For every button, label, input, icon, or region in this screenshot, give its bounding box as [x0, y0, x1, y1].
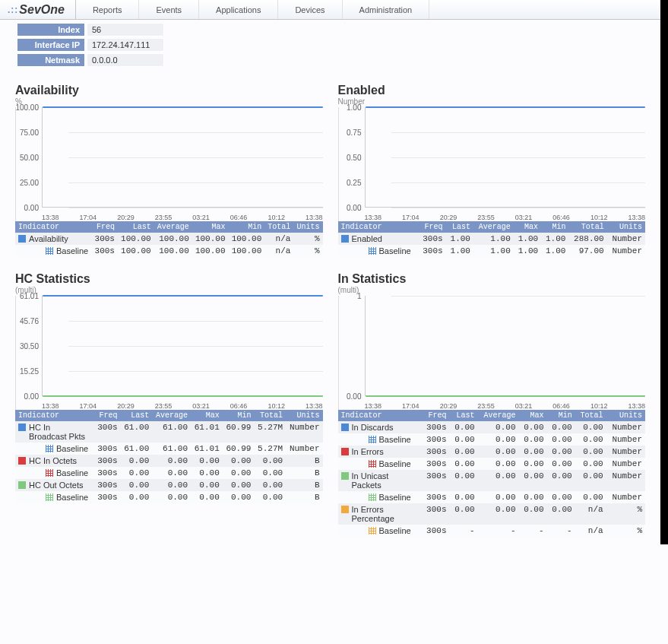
- table-cell: 0.00: [450, 458, 478, 470]
- table-row[interactable]: In Discards300s0.000.000.000.000.00Numbe…: [338, 421, 646, 433]
- indicator-label: HC In Broadcast Pkts: [29, 423, 90, 441]
- x-tick-label: 13:38: [306, 214, 323, 221]
- gridline: [68, 132, 323, 133]
- table-header-cell[interactable]: Total: [575, 410, 606, 421]
- table-header-cell[interactable]: Min: [547, 410, 575, 421]
- chart[interactable]: 10.0013:3817:0420:2923:5503:2106:4610:12…: [338, 296, 646, 410]
- table-header-cell[interactable]: Last: [450, 410, 478, 421]
- table-header-cell[interactable]: Freq: [91, 221, 117, 233]
- window-edge: [660, 0, 668, 544]
- table-row[interactable]: HC Out Octets300s0.000.000.000.000.00B: [15, 479, 323, 491]
- table-row[interactable]: Baseline300s0.000.000.000.000.00Number: [338, 433, 646, 446]
- table-header-cell[interactable]: Max: [514, 221, 541, 233]
- table-header-cell[interactable]: Min: [223, 410, 255, 421]
- indicator-cell: In Discards: [338, 421, 422, 433]
- table-header-cell[interactable]: Units: [293, 221, 322, 233]
- brand-logo[interactable]: .:: SevOne: [0, 0, 76, 19]
- panel-subtitle: (multi): [15, 286, 323, 294]
- table-header-cell[interactable]: Indicator: [338, 221, 419, 233]
- series-swatch-icon: [341, 506, 349, 513]
- table-cell: 300s: [94, 467, 121, 479]
- table-cell: 0.00: [121, 455, 153, 467]
- table-cell: 0.00: [478, 491, 519, 503]
- x-tick-label: 13:38: [306, 402, 323, 410]
- table-header-cell[interactable]: Max: [519, 410, 547, 421]
- table-header-cell[interactable]: Max: [192, 221, 229, 233]
- table-header-cell[interactable]: Max: [191, 410, 223, 421]
- series-swatch-icon: [18, 424, 26, 431]
- y-tick-label: 0.00: [24, 204, 39, 212]
- table-row[interactable]: In Unicast Packets300s0.000.000.000.000.…: [338, 470, 646, 491]
- nav-administration[interactable]: Administration: [343, 0, 430, 19]
- table-row[interactable]: HC In Broadcast Pkts300s61.0061.0061.016…: [15, 421, 323, 443]
- table-header-cell[interactable]: Average: [473, 221, 514, 233]
- logo-icon: .::: [8, 5, 18, 14]
- table-header-cell[interactable]: Freq: [94, 410, 121, 421]
- x-tick-label: 03:21: [192, 402, 210, 410]
- table-cell: 60.99: [223, 443, 255, 455]
- table-row[interactable]: Baseline300s61.0061.0061.0160.995.27MNum…: [15, 443, 323, 455]
- table-header-cell[interactable]: Indicator: [338, 410, 422, 421]
- table-cell: Number: [607, 245, 645, 257]
- chart[interactable]: 1.000.750.500.250.0013:3817:0420:2923:55…: [338, 107, 646, 221]
- nav-devices[interactable]: Devices: [278, 0, 342, 19]
- table-cell: B: [286, 479, 322, 491]
- table-header-cell[interactable]: Indicator: [15, 221, 91, 233]
- table-header-cell[interactable]: Indicator: [15, 410, 94, 421]
- table-header-cell[interactable]: Total: [254, 410, 286, 421]
- chart[interactable]: 61.0145.7630.5015.250.0013:3817:0420:292…: [15, 296, 323, 410]
- table-cell: 100.00: [229, 233, 265, 245]
- x-tick-label: 10:12: [268, 402, 285, 410]
- table-row[interactable]: In Errors300s0.000.000.000.000.00Number: [338, 446, 646, 458]
- table-header-cell[interactable]: Units: [286, 410, 322, 421]
- table-row[interactable]: Baseline300s100.00100.00100.00100.00n/a%: [15, 245, 323, 257]
- table-header-cell[interactable]: Last: [121, 410, 153, 421]
- chart[interactable]: 100.0075.0050.0025.000.0013:3817:0420:29…: [15, 107, 323, 221]
- table-cell: 0.00: [547, 446, 575, 458]
- series-swatch-icon: [18, 481, 26, 489]
- nav-applications[interactable]: Applications: [199, 0, 278, 19]
- table-header-cell[interactable]: Last: [446, 221, 473, 233]
- indicator-cell: Baseline: [15, 245, 91, 257]
- table-cell: 300s: [94, 479, 121, 491]
- chart-panel: In Statistics(multi)10.0013:3817:0420:29…: [338, 272, 646, 537]
- table-row[interactable]: Availability300s100.00100.00100.00100.00…: [15, 233, 323, 245]
- table-row[interactable]: Baseline300s----n/a%: [338, 525, 646, 537]
- series-line: [43, 395, 323, 397]
- table-header-cell[interactable]: Min: [541, 221, 568, 233]
- table-header-cell[interactable]: Total: [568, 221, 606, 233]
- table-header-cell[interactable]: Freq: [421, 410, 449, 421]
- table-header-cell[interactable]: Average: [152, 410, 191, 421]
- series-swatch-icon: [341, 472, 349, 480]
- table-cell: n/a: [575, 503, 606, 525]
- indicator-label: Baseline: [56, 246, 88, 255]
- table-header-cell[interactable]: Min: [229, 221, 265, 233]
- table-cell: -: [450, 525, 478, 537]
- x-tick-label: 13:38: [365, 402, 382, 410]
- table-header-cell[interactable]: Freq: [418, 221, 445, 233]
- plot-area: [42, 296, 323, 396]
- table-header-cell[interactable]: Last: [118, 221, 154, 233]
- table-row[interactable]: Baseline300s0.000.000.000.000.00Number: [338, 458, 646, 470]
- table-header-cell[interactable]: Units: [606, 410, 645, 421]
- x-tick-label: 23:55: [155, 402, 173, 410]
- table-header-cell[interactable]: Total: [264, 221, 293, 233]
- table-cell: 0.00: [547, 470, 575, 491]
- nav-reports[interactable]: Reports: [76, 0, 140, 19]
- table-row[interactable]: Baseline300s0.000.000.000.000.00Number: [338, 491, 646, 503]
- indicator-label: In Errors: [352, 447, 384, 456]
- nav-events[interactable]: Events: [139, 0, 199, 19]
- table-row[interactable]: Enabled300s1.001.001.001.00288.00Number: [338, 233, 646, 245]
- table-cell: 0.00: [450, 503, 478, 525]
- table-header-cell[interactable]: Average: [478, 410, 519, 421]
- table-row[interactable]: In Errors Percentage300s0.000.000.000.00…: [338, 503, 646, 525]
- info-key: Interface IP: [17, 38, 85, 52]
- table-row[interactable]: Baseline300s1.001.001.001.0097.00Number: [338, 245, 646, 257]
- table-row[interactable]: HC In Octets300s0.000.000.000.000.00B: [15, 455, 323, 467]
- table-row[interactable]: Baseline300s0.000.000.000.000.00B: [15, 467, 323, 479]
- table-header-cell[interactable]: Average: [154, 221, 192, 233]
- gridline: [391, 208, 646, 208]
- table-row[interactable]: Baseline300s0.000.000.000.000.00B: [15, 491, 323, 503]
- table-header-cell[interactable]: Units: [607, 221, 645, 233]
- indicator-label: Baseline: [379, 526, 411, 535]
